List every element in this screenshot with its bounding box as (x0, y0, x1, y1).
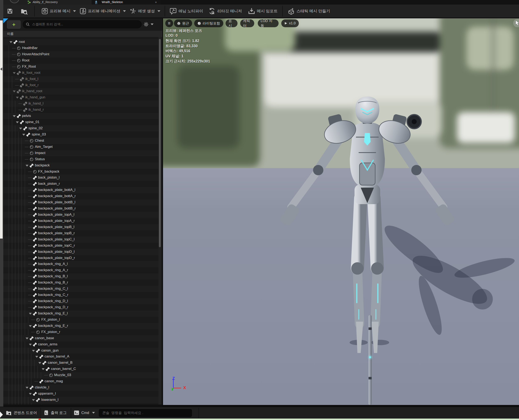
tree-row-Impact[interactable]: Impact (3, 150, 158, 156)
console-command-input[interactable] (102, 411, 189, 415)
tree-row-backpack_ring_C_l[interactable]: backpack_ring_C_l (3, 286, 158, 292)
tree-node-label[interactable]: lowerarm_l (41, 398, 58, 402)
tree-row-ik_hand_root[interactable]: ik_hand_root (3, 88, 158, 94)
tree-node-label[interactable]: backpack_plate_bottB_l (38, 200, 76, 204)
tree-row-HoverAttachPoint[interactable]: HoverAttachPoint (3, 51, 158, 58)
preview-viewport[interactable]: ≡ 원근 라이팅포함 표시 캐릭터 LOD 자동 x1.0 (163, 18, 519, 405)
tree-node-label[interactable]: backpack_plate_topC_l (38, 237, 75, 241)
tree-node-label[interactable]: canon_arms (38, 342, 58, 346)
tree-row-spine_01[interactable]: spine_01 (3, 119, 158, 125)
tree-row-Aim_Target[interactable]: Aim_Target (3, 144, 158, 150)
preview-character-mesh[interactable] (264, 91, 471, 365)
tree-row-root[interactable]: root (3, 39, 158, 45)
tree-node-label[interactable]: FX_piston_l (41, 317, 60, 322)
tree-row-Status[interactable]: Status (3, 156, 158, 163)
tree-node-label[interactable]: backpack_plate_topD_l (38, 250, 75, 254)
tree-row-canon_base[interactable]: canon_base (3, 335, 158, 341)
expander-arrow-icon[interactable] (26, 387, 29, 389)
tree-node-label[interactable]: canon_barrel_C (51, 367, 76, 371)
tree-node-label[interactable]: spine_01 (25, 120, 39, 124)
tree-node-label[interactable]: spine_02 (29, 126, 43, 130)
chevron-down-icon[interactable] (73, 10, 76, 12)
expander-arrow-icon[interactable] (29, 344, 32, 345)
tree-node-label[interactable]: Chest (35, 139, 44, 143)
tree-node-label[interactable]: backpack_ring_B_l (38, 274, 68, 278)
tree-node-label[interactable]: FX_Root (22, 65, 36, 69)
tree-node-label[interactable]: ik_foot_r (25, 83, 39, 87)
tree-row-Chest[interactable]: Chest (3, 138, 158, 144)
tree-node-label[interactable]: canon_base (35, 336, 54, 340)
tree-row-HealthBar[interactable]: HealthBar (3, 45, 158, 51)
viewport-menu-button[interactable]: ≡ (165, 19, 173, 27)
skeleton-tree-search[interactable] (23, 20, 142, 28)
tree-row-backpack_ring_A_r[interactable]: backpack_ring_A_r (3, 267, 158, 273)
expander-arrow-icon[interactable] (35, 356, 38, 358)
tree-row-ik_hand_l[interactable]: ik_hand_l (3, 101, 158, 107)
expander-arrow-icon[interactable] (29, 393, 32, 395)
tree-node-label[interactable]: backpack_plate_bottA_r (38, 194, 76, 198)
tab-label[interactable]: Ability_E_Recovery (33, 0, 58, 4)
tree-node-label[interactable]: ik_foot_root (22, 71, 40, 75)
camera-mode-button[interactable]: 원근 (174, 19, 192, 27)
tree-row-backpack_ring_B_l[interactable]: backpack_ring_B_l (3, 273, 158, 280)
close-tab-icon[interactable]: × (155, 0, 157, 4)
tree-node-label[interactable]: Impact (35, 151, 45, 155)
tree-node-label[interactable]: ik_hand_gun (25, 95, 45, 99)
tree-node-label[interactable]: backpack_plate_bottA_l (38, 188, 76, 192)
tree-row-Root[interactable]: Root (3, 58, 158, 64)
tree-row-ik_hand_gun[interactable]: ik_hand_gun (3, 94, 158, 101)
tree-node-label[interactable]: backpack_ring_A_l (38, 262, 68, 266)
make-static-mesh-button[interactable]: 스태틱 메시 만들기 (288, 5, 330, 17)
preview-mesh-button[interactable]: 프리뷰 메시 (42, 5, 76, 17)
tree-row-canon_barrel_B[interactable]: canon_barrel_B (3, 360, 158, 366)
tree-node-label[interactable]: ik_foot_l (25, 77, 38, 81)
cmd-selector-button[interactable]: Cmd (74, 407, 95, 419)
tree-row-backpack_plate_topB_l[interactable]: backpack_plate_topB_l (3, 224, 158, 230)
show-flags-button[interactable]: 표시 (225, 19, 238, 27)
tree-node-label[interactable]: Aim_Target (35, 145, 53, 149)
output-log-button[interactable]: 출력 로그 (44, 407, 67, 419)
expander-arrow-icon[interactable] (16, 121, 19, 123)
tree-row-backpack_ring_C_r[interactable]: backpack_ring_C_r (3, 292, 158, 298)
expander-arrow-icon[interactable] (9, 41, 12, 43)
tree-node-label[interactable]: upperarm_l (38, 391, 56, 396)
tree-row-FX_Root[interactable]: FX_Root (3, 64, 158, 70)
camera-speed-button[interactable] (513, 19, 519, 27)
tab-ability-e-recovery[interactable]: Ability_E_Recovery (3, 0, 92, 5)
tree-node-label[interactable]: backpack_ring_C_l (38, 287, 68, 291)
tree-node-label[interactable]: pelvis (22, 114, 31, 118)
tree-node-label[interactable]: backpack_ring_B_r (38, 280, 68, 285)
tree-node-label[interactable]: Muzzle_03 (54, 373, 71, 377)
tree-scrollbar-thumb[interactable] (159, 39, 161, 247)
tree-row-backpack_plate_topC_l[interactable]: backpack_plate_topC_l (3, 237, 158, 243)
tree-row-Muzzle_03[interactable]: Muzzle_03 (3, 372, 158, 378)
tree-node-label[interactable]: backpack_plate_bottB_r (38, 206, 76, 210)
retarget-manager-button[interactable]: 리타깃 매니저 (209, 5, 242, 17)
save-button[interactable] (7, 5, 13, 17)
tab-label[interactable]: Wraith_Skeleton (102, 0, 123, 4)
tree-node-label[interactable]: backpack (35, 163, 50, 167)
tree-row-spine_02[interactable]: spine_02 (3, 125, 158, 132)
tree-row-backpack_plate_topD_l[interactable]: backpack_plate_topD_l (3, 249, 158, 255)
add-button[interactable]: + (7, 20, 21, 29)
tree-row-FX_backpack[interactable]: FX_backpack (3, 169, 158, 175)
tree-row-clavicle_l[interactable]: clavicle_l (3, 384, 158, 391)
tree-node-label[interactable]: back_piston_l (38, 175, 60, 180)
expander-arrow-icon[interactable] (22, 134, 25, 136)
playback-speed-button[interactable]: x1.0 (281, 19, 299, 27)
tree-node-label[interactable]: spine_03 (31, 132, 46, 136)
tree-node-label[interactable]: backpack_ring_D_l (38, 299, 68, 303)
expander-arrow-icon[interactable] (42, 368, 45, 370)
tab-wraith-skeleton[interactable]: Wraith_Skeleton × (92, 0, 161, 5)
expander-arrow-icon[interactable] (32, 399, 35, 401)
chevron-down-icon[interactable] (123, 10, 126, 12)
search-input[interactable] (32, 22, 139, 26)
tree-node-label[interactable]: HealthBar (22, 46, 38, 50)
tree-node-label[interactable]: canon_barrel_A (45, 354, 69, 359)
tree-row-canon_arms[interactable]: canon_arms (3, 341, 158, 348)
expander-arrow-icon[interactable] (29, 325, 32, 327)
tree-row-backpack_ring_A_l[interactable]: backpack_ring_A_l (3, 261, 158, 267)
tree-row-lowerarm_l[interactable]: lowerarm_l (3, 397, 158, 403)
tree-row-ik_hand_r[interactable]: ik_hand_r (3, 107, 158, 113)
expander-arrow-icon[interactable] (26, 338, 29, 339)
